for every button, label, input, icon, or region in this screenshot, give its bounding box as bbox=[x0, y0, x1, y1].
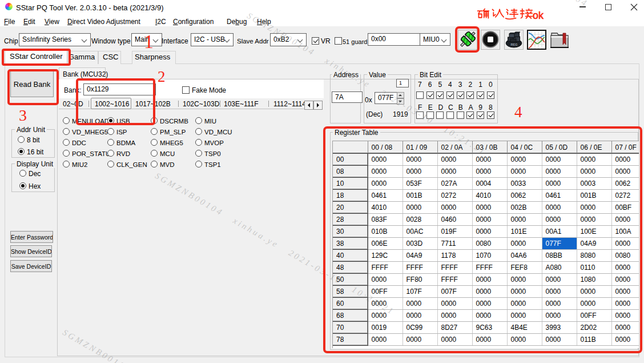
svg-text:REG: REG bbox=[511, 43, 518, 46]
svg-text:ok: ok bbox=[533, 10, 544, 21]
